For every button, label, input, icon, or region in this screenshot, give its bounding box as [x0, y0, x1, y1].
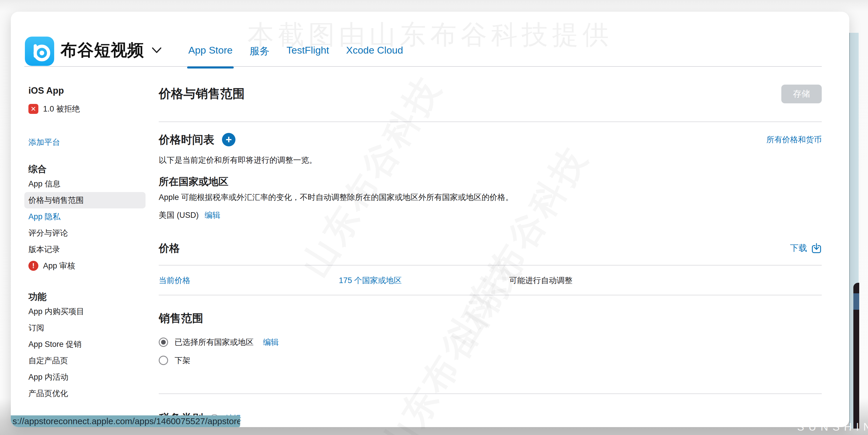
sidebar-item-iap[interactable]: App 内购买项目 [24, 303, 146, 320]
availability-option-all: 已选择所有国家或地区 编辑 [159, 337, 822, 347]
tab-app-store[interactable]: App Store [188, 44, 232, 58]
save-button[interactable]: 存储 [781, 85, 822, 103]
sidebar-item-custom-product-pages[interactable]: 自定产品页 [24, 352, 146, 369]
rejected-status-icon: ✕ [28, 104, 38, 114]
page-title-row: 价格与销售范围 存储 [159, 83, 822, 101]
base-region-edit-link[interactable]: 编辑 [205, 210, 220, 220]
page-title: 价格与销售范围 [159, 86, 822, 101]
base-region-heading: 所在国家或地区 [159, 175, 822, 188]
add-price-change-icon[interactable]: + [222, 133, 236, 146]
divider [159, 265, 822, 266]
sidebar-item-label: App 审核 [43, 260, 75, 271]
app-store-connect-window: 布谷短视频 App Store 服务 TestFlight Xcode Clou… [11, 12, 849, 427]
chevron-down-icon[interactable] [152, 47, 162, 54]
app-title: 布谷短视频 [61, 39, 144, 61]
sidebar-item-ratings[interactable]: 评分与评论 [24, 225, 146, 241]
availability-option-removed: 下架 [159, 355, 822, 366]
sidebar-item-pricing[interactable]: 价格与销售范围 [24, 192, 146, 209]
sidebar: iOS App ✕ 1.0 被拒绝 添加平台 综合 App 信息 价格与销售范围… [24, 86, 146, 402]
divider [159, 394, 822, 394]
app-title-row: 布谷短视频 [61, 39, 162, 61]
price-section-header: 价格 下载 [159, 242, 822, 255]
tab-services[interactable]: 服务 [249, 44, 270, 58]
screenshot-stage: 本截图由山东布谷科技提供 山东布谷科技 山东布谷科技 山东布谷科技 SUNSHI… [0, 0, 868, 435]
price-schedule-heading-group: 价格时间表 + [159, 133, 236, 147]
regions-count-link[interactable]: 175 个国家或地区 [339, 276, 509, 285]
sidebar-item-product-page-optimization[interactable]: 产品页优化 [24, 385, 146, 402]
price-table-row: 当前价格 175 个国家或地区 可能进行自动调整 [159, 276, 822, 285]
base-region-value: 美国 (USD) [159, 210, 199, 220]
sidebar-section-features: 功能 [24, 291, 146, 302]
sidebar-nav-general: App 信息 价格与销售范围 App 隐私 评分与评论 版本记录 ! App 审… [24, 176, 146, 274]
sidebar-item-promotions[interactable]: App Store 促销 [24, 336, 146, 352]
base-region-description: Apple 可能根据税率或外汇汇率的变化，不时自动调整除所在的国家或地区外所有国… [159, 192, 822, 202]
sidebar-item-app-info[interactable]: App 信息 [24, 176, 146, 192]
background-phone-edge [854, 283, 859, 429]
download-label: 下载 [790, 242, 807, 254]
base-region-row: 美国 (USD) 编辑 [159, 210, 822, 220]
download-icon [811, 243, 822, 254]
app-logo-icon [25, 37, 54, 66]
add-platform-link[interactable]: 添加平台 [24, 137, 146, 148]
sidebar-nav-features: App 内购买项目 订阅 App Store 促销 自定产品页 App 内活动 … [24, 303, 146, 402]
current-price-link[interactable]: 当前价格 [159, 276, 339, 285]
availability-option-label: 已选择所有国家或地区 [175, 337, 254, 347]
sidebar-item-app-review[interactable]: ! App 审核 [24, 258, 146, 274]
all-prices-currencies-link[interactable]: 所有价格和货币 [766, 134, 822, 145]
auto-adjust-label: 可能进行自动调整 [509, 276, 572, 285]
sidebar-item-subscriptions[interactable]: 订阅 [24, 320, 146, 336]
sidebar-item-app-privacy[interactable]: App 隐私 [24, 209, 146, 225]
main-nav-tabs: App Store 服务 TestFlight Xcode Cloud [188, 44, 403, 58]
app-header: 布谷短视频 App Store 服务 TestFlight Xcode Clou… [24, 12, 822, 67]
radio-all-regions[interactable] [159, 338, 168, 347]
sidebar-item-version-history[interactable]: 版本记录 [24, 241, 146, 258]
price-schedule-heading: 价格时间表 [159, 133, 214, 147]
sidebar-item-in-app-events[interactable]: App 内活动 [24, 369, 146, 385]
version-status-row[interactable]: ✕ 1.0 被拒绝 [24, 104, 146, 114]
availability-heading: 销售范围 [159, 311, 822, 325]
divider [159, 122, 822, 122]
radio-remove-from-sale[interactable] [159, 356, 168, 365]
watermark-sunshine: SUNSHINE [797, 421, 868, 433]
availability-option-label: 下架 [175, 355, 190, 366]
main-content: 价格与销售范围 存储 价格时间表 + 所有价格和货币 以下是当前定价和所有即将进… [159, 83, 822, 425]
tab-xcode-cloud[interactable]: Xcode Cloud [346, 44, 403, 58]
tab-testflight[interactable]: TestFlight [286, 44, 329, 58]
download-link[interactable]: 下载 [790, 242, 822, 254]
divider [159, 295, 822, 296]
price-heading: 价格 [159, 242, 180, 255]
sidebar-section-general: 综合 [24, 164, 146, 175]
price-schedule-header: 价格时间表 + 所有价格和货币 [159, 133, 822, 147]
price-schedule-description: 以下是当前定价和所有即将进行的调整一览。 [159, 155, 822, 165]
availability-edit-link[interactable]: 编辑 [263, 337, 279, 347]
tax-category-row: 税务类别 ? 编辑 [159, 411, 822, 425]
alert-icon: ! [28, 261, 38, 271]
background-phone-band [854, 293, 859, 310]
sidebar-platform-heading: iOS App [24, 86, 146, 96]
status-bar-url: s://appstoreconnect.apple.com/apps/14600… [11, 415, 240, 427]
version-status-label: 1.0 被拒绝 [43, 104, 80, 114]
